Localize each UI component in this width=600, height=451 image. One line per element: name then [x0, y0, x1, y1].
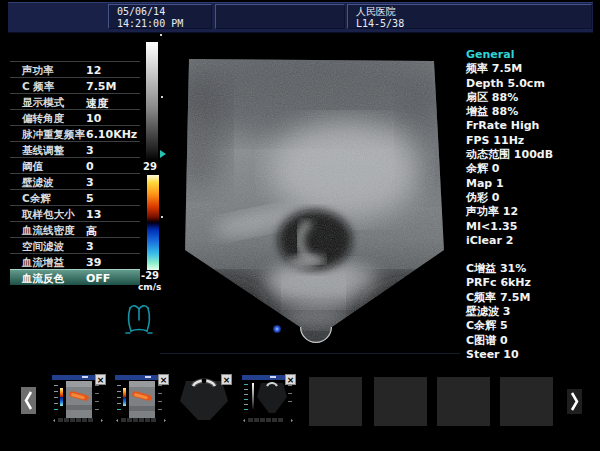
hospital-name: 人民医院: [348, 5, 591, 18]
ultrasound-screen: 05/06/14 14:21:00 PM 人民医院 L14-5/38 声功率12…: [0, 0, 600, 451]
info-line: 余辉 0: [466, 162, 600, 176]
parameter-label: 空间滤波: [22, 240, 64, 254]
parameter-value: 5: [86, 192, 94, 205]
thumbnail-empty-slot: [374, 377, 427, 426]
parameter-row: 声功率12: [10, 61, 140, 77]
parameter-row: C 频率7.5M: [10, 77, 140, 93]
velocity-unit-label: cm/s: [138, 282, 161, 292]
thumbnail-doppler-1[interactable]: ×: [52, 375, 104, 423]
parameter-value: 6.10KHz: [86, 128, 137, 141]
parameter-row: 取样包大小13: [10, 205, 140, 221]
info-line: MI<1.35: [466, 220, 600, 234]
thumbnail-sector-1[interactable]: ×: [178, 375, 230, 423]
parameter-value: 39: [86, 256, 101, 269]
parameter-row: 偏转角度10: [10, 109, 140, 125]
parameter-row: 基线调整3: [10, 141, 140, 157]
thumbnail-next-button[interactable]: [567, 389, 582, 414]
parameter-label: C 频率: [22, 80, 54, 94]
info-line: C余辉 5: [466, 319, 600, 333]
parameter-row: C余辉5: [10, 189, 140, 205]
image-info-panel: General 频率 7.5M Depth 5.0cm 扇区 88% 增益 88…: [466, 48, 600, 362]
parameter-label: 基线调整: [22, 144, 64, 158]
info-section-title: General: [466, 48, 600, 62]
parameter-row: 阈值0: [10, 157, 140, 173]
info-line: C频率 7.5M: [466, 291, 600, 305]
parameter-label: 显示模式: [22, 96, 64, 110]
body-marker-icon: [123, 301, 155, 337]
time-text: 14:21:00 PM: [109, 18, 211, 30]
info-line: 动态范围 100dB: [466, 148, 600, 162]
parameter-label: 血流反色: [22, 272, 64, 286]
info-line: PRFc 6kHz: [466, 276, 600, 290]
info-line: Depth 5.0cm: [466, 77, 600, 91]
parameter-value: 0: [86, 160, 94, 173]
info-line: 频率 7.5M: [466, 62, 600, 76]
parameter-value: OFF: [86, 272, 110, 285]
parameter-row: 显示模式速度: [10, 93, 140, 109]
thumbnail-empty-slot: [500, 377, 553, 426]
thumbnail-empty-slot: [437, 377, 490, 426]
parameter-value: 3: [86, 144, 94, 157]
info-line: FPS 11Hz: [466, 134, 600, 148]
chevron-left-icon: [21, 387, 36, 414]
parameter-value: 3: [86, 176, 94, 189]
close-icon[interactable]: ×: [158, 374, 169, 385]
parameter-row: 血流线密度高: [10, 221, 140, 237]
parameter-label: 取样包大小: [22, 208, 75, 222]
info-line: 增益 88%: [466, 105, 600, 119]
info-line: Map 1: [466, 177, 600, 191]
info-line: Steer 10: [466, 348, 600, 362]
parameter-row: 壁滤波3: [10, 173, 140, 189]
parameter-panel: 声功率12 C 频率7.5M 显示模式速度 偏转角度10 脉冲重复频率6.10K…: [10, 61, 140, 285]
velocity-colorbar: [147, 175, 159, 270]
parameter-label: C余辉: [22, 192, 51, 206]
parameter-value: 7.5M: [86, 80, 116, 93]
parameter-label: 偏转角度: [22, 112, 64, 126]
velocity-min-label: -29: [141, 270, 159, 281]
velocity-max-label: 29: [143, 161, 157, 172]
parameter-value: 13: [86, 208, 101, 221]
probe-position-marker: [273, 325, 281, 333]
parameter-row: 空间滤波3: [10, 237, 140, 253]
date-text: 05/06/14: [109, 5, 211, 18]
datetime-box: 05/06/14 14:21:00 PM: [108, 4, 212, 29]
close-icon[interactable]: ×: [221, 374, 232, 385]
probe-model: L14-5/38: [348, 18, 591, 30]
parameter-label: 脉冲重复频率: [22, 128, 85, 142]
thumbnail-empty-slot: [309, 377, 362, 426]
color-info-section: C增益 31% PRFc 6kHz C频率 7.5M 壁滤波 3 C余辉 5 C…: [466, 262, 600, 362]
info-line: 伪彩 0: [466, 191, 600, 205]
parameter-row-highlighted: 血流反色OFF: [10, 269, 140, 285]
thumbnail-sector-2[interactable]: ×: [242, 375, 294, 423]
hospital-box: 人民医院 L14-5/38: [347, 4, 592, 29]
close-icon[interactable]: ×: [95, 374, 106, 385]
patient-info-box: [215, 4, 345, 29]
parameter-row: 脉冲重复频率6.10KHz: [10, 125, 140, 141]
info-line: C图谱 0: [466, 334, 600, 348]
tgc-marker-dot: [160, 34, 162, 36]
info-line: iClear 2: [466, 234, 600, 248]
info-line: C增益 31%: [466, 262, 600, 276]
parameter-row: 血流增益39: [10, 253, 140, 269]
info-line: 扇区 88%: [466, 91, 600, 105]
ultrasound-image: [160, 40, 460, 360]
chevron-right-icon: [567, 389, 582, 414]
close-icon[interactable]: ×: [285, 374, 296, 385]
parameter-value: 3: [86, 240, 94, 253]
topbar: 05/06/14 14:21:00 PM 人民医院 L14-5/38: [8, 2, 593, 33]
parameter-label: 声功率: [22, 64, 54, 78]
parameter-label: 壁滤波: [22, 176, 54, 190]
parameter-label: 血流增益: [22, 256, 64, 270]
info-line: FrRate High: [466, 119, 600, 133]
parameter-value: 10: [86, 112, 101, 125]
parameter-label: 阈值: [22, 160, 43, 174]
parameter-value: 12: [86, 64, 101, 77]
grayscale-bar: [146, 42, 158, 161]
thumbnail-doppler-2[interactable]: ×: [115, 375, 167, 423]
thumbnail-prev-button[interactable]: [21, 387, 36, 414]
parameter-label: 血流线密度: [22, 224, 75, 238]
info-line: 声功率 12: [466, 205, 600, 219]
info-line: 壁滤波 3: [466, 305, 600, 319]
